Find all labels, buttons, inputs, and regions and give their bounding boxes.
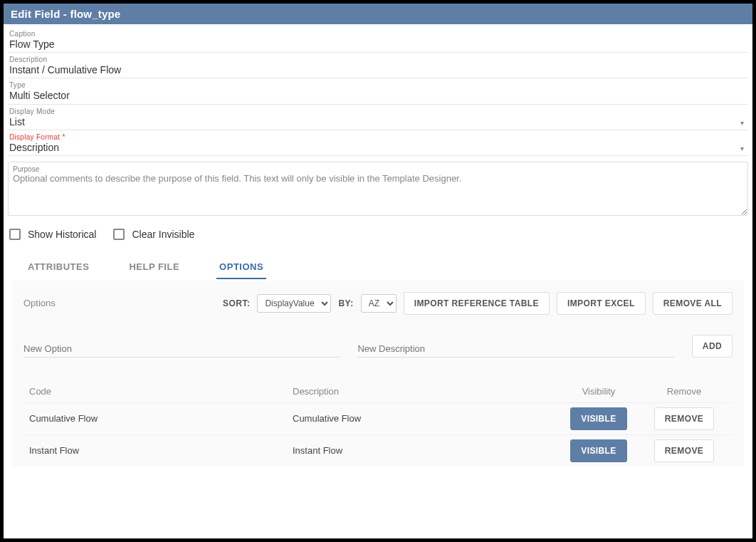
row-code: Instant Flow [29, 445, 293, 456]
sort-label: SORT: [223, 298, 251, 308]
row-description: Instant Flow [293, 445, 556, 456]
checkbox-box-icon [9, 229, 21, 240]
new-description-input[interactable] [357, 340, 674, 358]
display-mode-label: Display Mode [9, 108, 747, 115]
description-field[interactable]: Description Instant / Cumulative Flow [8, 53, 748, 78]
edit-field-dialog: Edit Field - flow_type Caption Flow Type… [4, 4, 752, 538]
col-code: Code [29, 386, 293, 397]
purpose-placeholder: Optional comments to describe the purpos… [13, 173, 743, 184]
display-format-field[interactable]: Display Format * Description [8, 130, 748, 156]
display-mode-field[interactable]: Display Mode List [8, 105, 748, 130]
add-button[interactable]: ADD [692, 335, 733, 358]
remove-row-button[interactable]: REMOVE [654, 439, 714, 462]
new-option-input[interactable] [23, 340, 340, 358]
tab-options[interactable]: OPTIONS [216, 256, 266, 279]
row-description: Cumulative Flow [293, 413, 556, 424]
col-visibility: Visibility [556, 386, 641, 397]
sort-field-select[interactable]: DisplayValue [257, 294, 331, 313]
options-panel: Options SORT: DisplayValue BY: AZ IMPORT… [12, 281, 744, 467]
tab-bar: ATTRIBUTES HELP FILE OPTIONS [8, 251, 748, 279]
dialog-content: Caption Flow Type Description Instant / … [4, 24, 752, 538]
clear-invisible-label: Clear Invisible [132, 229, 194, 240]
options-toolbar: Options SORT: DisplayValue BY: AZ IMPORT… [23, 292, 733, 315]
display-mode-value: List [9, 115, 747, 128]
col-description: Description [293, 386, 556, 397]
import-excel-button[interactable]: IMPORT EXCEL [557, 292, 646, 315]
visibility-button[interactable]: VISIBLE [570, 439, 626, 462]
display-format-value: Description [9, 141, 747, 154]
caption-label: Caption [9, 30, 747, 38]
purpose-label: Purpose [13, 165, 743, 173]
description-value: Instant / Cumulative Flow [9, 63, 747, 76]
new-option-row: ADD [23, 335, 733, 358]
purpose-textarea[interactable]: Purpose Optional comments to describe th… [8, 162, 748, 216]
type-field[interactable]: Type Multi Selector [8, 78, 748, 104]
table-row: Cumulative Flow Cumulative Flow VISIBLE … [23, 402, 733, 434]
checkbox-box-icon [113, 229, 125, 240]
display-format-label: Display Format * [9, 133, 747, 141]
table-row: Instant Flow Instant Flow VISIBLE REMOVE [23, 434, 733, 467]
description-label: Description [9, 56, 747, 63]
checkbox-row: Show Historical Clear Invisible [8, 216, 748, 251]
caption-value: Flow Type [9, 38, 747, 51]
import-reference-table-button[interactable]: IMPORT REFERENCE TABLE [404, 292, 550, 315]
show-historical-label: Show Historical [28, 229, 96, 240]
type-label: Type [9, 81, 747, 89]
tab-help-file[interactable]: HELP FILE [126, 256, 182, 279]
sort-direction-select[interactable]: AZ [361, 294, 397, 313]
remove-row-button[interactable]: REMOVE [654, 407, 714, 430]
options-table-head: Code Description Visibility Remove [23, 386, 733, 402]
row-code: Cumulative Flow [29, 413, 293, 424]
clear-invisible-checkbox[interactable]: Clear Invisible [113, 229, 194, 240]
col-remove: Remove [641, 386, 727, 397]
options-heading: Options [23, 298, 56, 308]
remove-all-button[interactable]: REMOVE ALL [653, 292, 733, 315]
caption-field[interactable]: Caption Flow Type [8, 27, 748, 53]
visibility-button[interactable]: VISIBLE [570, 407, 626, 430]
tab-attributes[interactable]: ATTRIBUTES [25, 256, 92, 279]
by-label: BY: [338, 298, 353, 308]
show-historical-checkbox[interactable]: Show Historical [9, 229, 96, 240]
dialog-title: Edit Field - flow_type [4, 4, 752, 24]
type-value: Multi Selector [9, 89, 747, 102]
